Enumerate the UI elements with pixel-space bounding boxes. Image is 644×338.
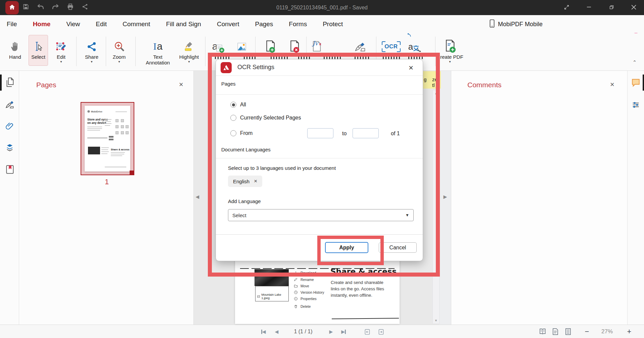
- undo-button[interactable]: [35, 2, 46, 13]
- tool-edit[interactable]: Edit ▾: [46, 35, 76, 63]
- page-thumbnail-selected[interactable]: MobiDrive Store and sync on any device: [81, 102, 134, 175]
- last-page-button[interactable]: ▶: [338, 327, 349, 336]
- home-button[interactable]: [5, 1, 19, 14]
- tool-highlight[interactable]: Highlight ▾: [174, 35, 204, 63]
- share-tool-icon: [86, 35, 97, 52]
- rail-attachments-icon[interactable]: [5, 120, 15, 131]
- active-rail-indicator: [0, 75, 2, 91]
- image-icon: [236, 35, 247, 52]
- pages-panel: Pages × MobiDrive Store and sync on any …: [19, 71, 194, 325]
- menu-protect[interactable]: Protect: [322, 15, 343, 33]
- tool-insert-image[interactable]: [227, 35, 257, 52]
- text-annotation-glyph-i: I: [153, 41, 156, 52]
- sign-icon: Jv ×: [312, 35, 322, 52]
- thumb-share-heading: Share & access: [111, 148, 129, 151]
- previous-view-button[interactable]: [362, 327, 372, 336]
- rail-comments-icon[interactable]: [630, 77, 641, 88]
- ocr-icon: OCR: [382, 35, 400, 52]
- collapse-left-panel-arrow[interactable]: ◀: [194, 192, 200, 201]
- page-share-text: Create and send shareable links on the g…: [331, 280, 393, 299]
- thumb-brand: MobiDrive: [91, 110, 102, 113]
- zoom-in-button[interactable]: +: [624, 327, 635, 336]
- menu-comment[interactable]: Comment: [122, 15, 151, 33]
- minimize-icon: [587, 5, 591, 10]
- page-number-label: 1: [105, 178, 109, 186]
- pages-panel-close[interactable]: ×: [179, 80, 183, 89]
- edit-icon: [55, 35, 67, 52]
- create-pdf-icon: [444, 35, 456, 52]
- tool-fountain-pen[interactable]: [345, 35, 375, 52]
- share-dropdown-caret[interactable]: ▾: [91, 60, 92, 63]
- menu-fill-and-sign[interactable]: Fill and Sign: [165, 15, 202, 33]
- share-icon: [82, 3, 88, 11]
- collapse-ribbon-chevron[interactable]: ⌃: [628, 57, 641, 67]
- ocr-glyph: OCR: [384, 43, 398, 50]
- save-button[interactable]: [20, 2, 32, 13]
- hand-icon: [10, 35, 20, 52]
- page-menu-move: Move: [301, 284, 309, 288]
- pages-panel-title: Pages: [36, 81, 56, 89]
- minimize-button[interactable]: [581, 0, 597, 15]
- create-pdf-dropdown-caret[interactable]: ▾: [449, 60, 451, 63]
- restore-button[interactable]: [604, 0, 619, 15]
- menu-edit[interactable]: Edit: [95, 15, 107, 33]
- rail-pages-icon[interactable]: [5, 77, 15, 88]
- single-page-view-button[interactable]: [550, 327, 561, 336]
- zoom-dropdown-caret[interactable]: ▾: [118, 60, 120, 63]
- mobipdf-window: 0119_250210134945_001.pdf - Saved File H…: [0, 0, 644, 338]
- zoom-level: 27%: [597, 327, 617, 336]
- create-pdf-label: Create PDF: [436, 54, 463, 60]
- undo-icon: [37, 3, 45, 12]
- menu-home[interactable]: Home: [32, 14, 51, 34]
- scrollbar-down-arrow[interactable]: ▼: [433, 318, 439, 324]
- mobipdf-mobile-link[interactable]: MobiPDF Mobile: [490, 15, 543, 33]
- comments-panel-close[interactable]: ×: [610, 80, 614, 89]
- expand-right-panel-arrow[interactable]: ▶: [442, 192, 448, 201]
- save-icon: [22, 3, 29, 11]
- comments-panel-title: Comments: [467, 81, 502, 89]
- toolbar-divider: [135, 37, 136, 66]
- fountain-pen-icon: [354, 35, 366, 52]
- left-icon-rail: [0, 71, 19, 325]
- sign-glyph: Jv: [313, 40, 318, 47]
- status-bar: ◀ ◀ 1 (1 / 1) ▶ ▶ − 27% +: [0, 325, 644, 338]
- fullscreen-button[interactable]: [559, 0, 574, 15]
- continuous-view-button[interactable]: [563, 327, 573, 336]
- print-button[interactable]: [64, 2, 76, 13]
- rail-layers-icon[interactable]: [5, 142, 15, 153]
- page-thumbnail-page: MobiDrive Store and sync on any device: [85, 106, 130, 172]
- highlight-dropdown-caret[interactable]: ▾: [188, 60, 190, 63]
- tool-sign[interactable]: Jv ×: [302, 35, 332, 52]
- tool-zoom[interactable]: Zoom ▾: [104, 35, 134, 63]
- menu-file[interactable]: File: [6, 15, 18, 33]
- page-menu-item: Properties: [294, 297, 317, 301]
- menu-view[interactable]: View: [65, 15, 81, 33]
- tool-text-annotation[interactable]: Ia TextAnnotation: [140, 35, 175, 65]
- edit-dropdown-caret[interactable]: ▾: [60, 60, 62, 63]
- menu-convert[interactable]: Convert: [216, 15, 240, 33]
- first-page-button[interactable]: ◀: [259, 327, 269, 336]
- redo-icon: [51, 3, 59, 12]
- zoom-label: Zoom: [113, 54, 126, 60]
- page-menu-properties: Properties: [301, 297, 317, 301]
- previous-page-button[interactable]: ◀: [272, 327, 281, 336]
- phone-icon: [490, 19, 495, 29]
- menu-pages[interactable]: Pages: [254, 15, 274, 33]
- annotation-box-apply: [317, 236, 384, 265]
- delete-page-icon: [289, 35, 300, 52]
- close-window-button[interactable]: [626, 0, 641, 15]
- share-document-button[interactable]: [79, 2, 91, 13]
- rail-sign-icon[interactable]: [5, 99, 15, 110]
- rail-bookmarks-icon[interactable]: [5, 164, 15, 175]
- next-view-button[interactable]: [376, 327, 386, 336]
- page-menu-item: Version History: [294, 290, 324, 294]
- thumbnail-resize-handle[interactable]: [130, 171, 134, 175]
- zoom-out-button[interactable]: −: [582, 327, 592, 336]
- next-page-button[interactable]: ▶: [326, 327, 336, 336]
- redo-button[interactable]: [50, 2, 61, 13]
- book-view-button[interactable]: [537, 327, 548, 336]
- menu-forms[interactable]: Forms: [288, 15, 308, 33]
- tool-share[interactable]: Share ▾: [77, 35, 107, 63]
- rail-filter-icon[interactable]: [630, 99, 641, 110]
- tool-translate[interactable]: a: [399, 35, 429, 52]
